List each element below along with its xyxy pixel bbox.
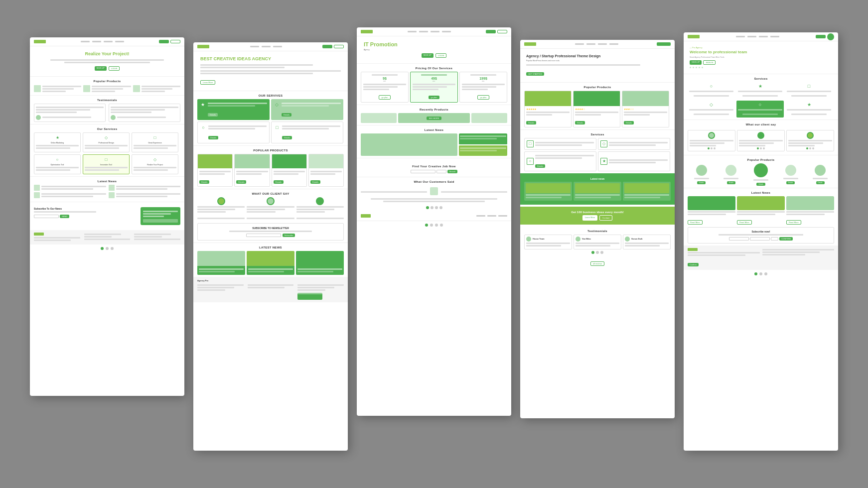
card3-product-see-btn[interactable]: SEE MORE xyxy=(427,117,441,120)
card5-signin-btn[interactable]: SIGN IN xyxy=(703,60,716,65)
card1-dot-3[interactable] xyxy=(111,247,114,250)
card1-login-btn[interactable]: LOGIN xyxy=(109,66,120,71)
card4-get-started-btn[interactable]: GET STARTED xyxy=(526,72,544,76)
card2-subscribe-btn[interactable]: Subscribe xyxy=(283,234,295,237)
card4-testimonial-name-3: Gonzo Dark xyxy=(631,238,642,240)
card5-dot-1[interactable] xyxy=(754,272,757,275)
card1-submit-btn[interactable]: SEND xyxy=(60,215,69,218)
card4-cta-title: Get 100 business ideas every month! xyxy=(524,211,671,214)
card3-dot-2[interactable] xyxy=(430,224,433,227)
card3-signup-btn[interactable]: SIGN UP xyxy=(422,53,434,58)
card1-subscribe-btn[interactable] xyxy=(143,219,178,223)
card1-nav-login[interactable] xyxy=(170,40,180,43)
card3-job-select[interactable] xyxy=(436,170,446,173)
card1-service-icon-6: ◇ xyxy=(152,157,158,163)
card2-product-btn-2[interactable]: Details xyxy=(236,180,246,184)
card2-nav-btn2[interactable] xyxy=(334,45,344,48)
card5-service-6: ★ xyxy=(785,101,833,118)
card5-product-btn-5[interactable]: Details xyxy=(816,181,825,184)
card2-product-btn-3[interactable]: Details xyxy=(274,180,284,184)
card1-hero-title: Realize Your Project! xyxy=(36,51,178,57)
card3-page-dot-4[interactable] xyxy=(439,206,442,209)
card3-dot-3[interactable] xyxy=(435,224,438,227)
card5-hero-subtitle: Smart Agency Professional Team More Tool… xyxy=(690,56,832,58)
card5-subscribe-btn[interactable]: CONFIRM xyxy=(779,237,793,241)
card4-product-btn-1[interactable]: Details xyxy=(526,121,536,124)
card2-service-btn-1[interactable]: Details xyxy=(208,113,218,117)
card5-product-btn-3[interactable]: Details xyxy=(756,183,765,186)
card2-news-img-3 xyxy=(296,251,344,266)
card1-signup-btn[interactable]: SIGN UP xyxy=(95,66,107,71)
card5-signup-btn[interactable]: SIGN UP xyxy=(690,60,702,65)
card2-service-btn-3[interactable]: Details xyxy=(208,136,218,139)
card3-nav-login[interactable] xyxy=(497,30,507,33)
card2-product-body-2: Details xyxy=(235,168,269,186)
card5-subscribe-name-input[interactable] xyxy=(729,237,749,241)
card3-page-dot-2[interactable] xyxy=(431,206,434,209)
card3-job-title: Find Your Creative Job Now xyxy=(361,165,507,168)
card5-product-btn-1[interactable]: Details xyxy=(697,181,706,184)
card5-news-btn-1[interactable]: Read More xyxy=(688,220,703,225)
card3-job-input-1[interactable] xyxy=(411,170,435,173)
card5-dot-2[interactable] xyxy=(759,272,762,275)
card4-service-4: ★ xyxy=(598,151,670,171)
card5-dot-3[interactable] xyxy=(764,272,767,275)
card2-service-btn-2[interactable]: Details xyxy=(282,113,291,117)
card1-dot-2[interactable] xyxy=(106,247,109,250)
card3-footer-nav xyxy=(357,211,511,221)
card5-subscribe-email-input[interactable] xyxy=(750,237,770,241)
card4-cta-section: Get 100 business ideas every month! Lear… xyxy=(520,207,675,225)
card5-product-btn-2[interactable]: Details xyxy=(727,181,735,184)
card2-service-icon-4: □ xyxy=(274,124,280,130)
card3-price-btn-2[interactable]: go plan xyxy=(429,96,439,99)
card4-more-btn[interactable]: all reviews xyxy=(590,261,605,266)
card3-job-search-btn[interactable]: Search xyxy=(447,170,458,173)
card2-subscribe-input[interactable] xyxy=(246,234,281,237)
card4-cta-btn-1[interactable]: Learn More xyxy=(582,215,597,221)
card3-footer-links xyxy=(476,215,507,217)
card4-service-icon-1: □ xyxy=(527,140,534,147)
card3-price-btn-1[interactable]: go plan xyxy=(379,95,390,100)
card1-nav-signup[interactable] xyxy=(159,40,169,43)
card5-testimonials-row xyxy=(688,130,834,151)
card2-footer-col-2 xyxy=(248,283,294,300)
card4-product-btn-3[interactable]: Details xyxy=(624,121,634,124)
card5-product-btn-4[interactable]: Details xyxy=(786,181,795,184)
card2-learn-more-btn[interactable]: Learn More xyxy=(200,80,215,85)
card4-product-btn-2[interactable]: Details xyxy=(575,121,585,124)
card5-footer-action-btn[interactable]: Confirm xyxy=(688,263,699,266)
card3-nav-signup[interactable] xyxy=(486,30,496,33)
card1-service-label-3: Great Experience xyxy=(134,142,176,144)
card1-navbar xyxy=(30,37,184,46)
card5-subscribe-section: Subscribe now! CONFIRM xyxy=(688,227,834,244)
card4-cta-btn-2[interactable]: Contact xyxy=(599,215,612,221)
card4-product-img-3 xyxy=(622,91,669,106)
card2-product-btn-4[interactable]: Details xyxy=(310,180,320,184)
card5-subscribe-select[interactable] xyxy=(771,237,778,241)
card3-page-dot-1[interactable] xyxy=(426,206,429,209)
card1-email-input[interactable] xyxy=(34,215,59,218)
card4-service-text-1 xyxy=(535,141,594,147)
card5-nav-signup[interactable] xyxy=(816,35,826,38)
card3-dot-1[interactable] xyxy=(425,224,428,227)
card5-news-btn-3[interactable]: Read More xyxy=(786,220,801,225)
card3-dot-4[interactable] xyxy=(440,224,443,227)
card3-price-btn-3[interactable]: go plan xyxy=(477,95,489,100)
card2-testimonial-1 xyxy=(197,197,245,214)
card3-login-btn[interactable]: LOGIN xyxy=(435,53,446,58)
card3-page-dot-3[interactable] xyxy=(435,206,438,209)
card1-footer-col-2 xyxy=(84,233,131,242)
card4-service-btn[interactable]: Details xyxy=(535,164,545,168)
card5-news-img-2 xyxy=(737,196,785,210)
card2-nav-btn[interactable] xyxy=(322,45,332,48)
card4-testimonial-header-1: House Team xyxy=(526,237,570,242)
card1-news-item-3 xyxy=(109,185,181,191)
card2-product-2: Details xyxy=(234,154,270,187)
card5-news-btn-2[interactable]: Read More xyxy=(737,220,752,225)
card2-service-btn-4[interactable]: Details xyxy=(282,136,292,139)
card2-product-btn-1[interactable]: Details xyxy=(199,180,209,184)
card4-nav-btn[interactable] xyxy=(657,42,671,46)
card1-dot-1[interactable] xyxy=(101,247,104,250)
card1-testimonial-2 xyxy=(109,104,180,122)
card5-products-title: Popular Products xyxy=(684,158,838,161)
